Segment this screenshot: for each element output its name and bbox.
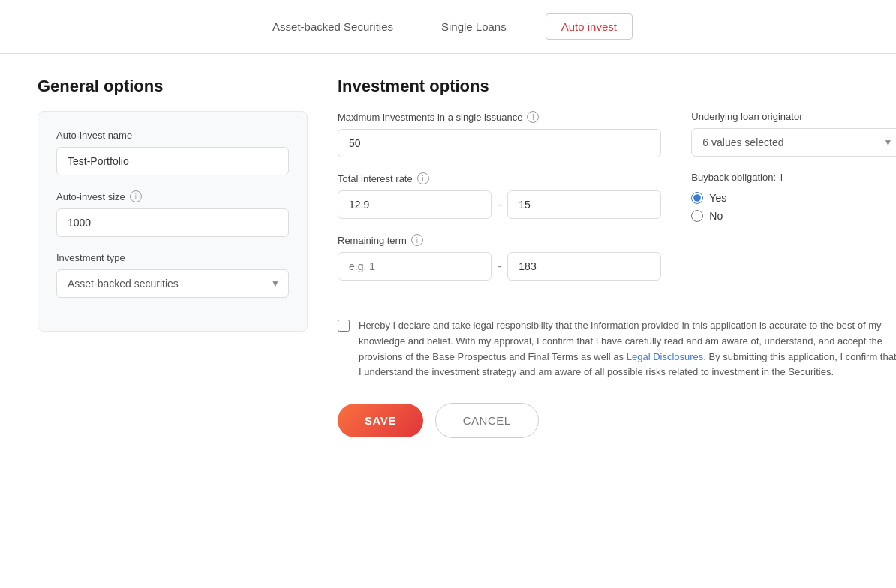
buyback-yes-label: Yes — [709, 192, 726, 204]
auto-invest-size-label: Auto-invest size i — [56, 190, 289, 202]
underlying-loan-originator-group: Underlying loan originator 6 values sele… — [691, 111, 896, 157]
investment-type-select-wrapper: Asset-backed securities Single Loans ▼ — [56, 269, 289, 298]
buyback-no-radio[interactable] — [691, 210, 703, 222]
tab-asset-backed-securities[interactable]: Asset-backed Securities — [263, 14, 402, 39]
save-button[interactable]: SAVE — [338, 404, 423, 437]
max-investments-input[interactable] — [338, 129, 661, 158]
buyback-radio-group: Yes No — [691, 192, 896, 222]
underlying-loan-originator-select[interactable]: 6 values selected — [691, 128, 896, 157]
remaining-term-range: - — [338, 252, 661, 280]
disclaimer-text: Hereby I declare and take legal responsi… — [359, 318, 896, 380]
general-options-card: Auto-invest name Auto-invest size i Inve… — [38, 111, 308, 332]
buyback-obligation-info-icon[interactable]: i — [780, 172, 783, 183]
remaining-term-info-icon[interactable]: i — [411, 234, 423, 246]
disclaimer-checkbox[interactable] — [338, 320, 350, 332]
total-interest-rate-info-icon[interactable]: i — [417, 172, 429, 184]
disclaimer-section: Hereby I declare and take legal responsi… — [338, 318, 896, 380]
max-investments-info-icon[interactable]: i — [527, 111, 539, 123]
auto-invest-size-input[interactable] — [56, 208, 289, 237]
auto-invest-name-group: Auto-invest name — [56, 130, 289, 176]
investment-type-label: Investment type — [56, 252, 289, 263]
auto-invest-name-input[interactable] — [56, 147, 289, 176]
interest-rate-range-separator: - — [498, 198, 501, 212]
auto-invest-name-label: Auto-invest name — [56, 130, 289, 141]
buyback-no-label: No — [709, 210, 723, 222]
button-row: SAVE CANCEL — [338, 403, 896, 438]
legal-disclosures-link[interactable]: Legal Disclosures. — [627, 351, 706, 362]
investment-options-right: Underlying loan originator 6 values sele… — [691, 111, 896, 296]
underlying-loan-originator-label: Underlying loan originator — [691, 111, 896, 122]
originator-select-wrapper: 6 values selected ▼ — [691, 128, 896, 157]
investment-options-title: Investment options — [338, 76, 896, 96]
general-options-title: General options — [38, 76, 308, 96]
buyback-obligation-label: Buyback obligation: i — [691, 172, 896, 183]
auto-invest-size-info-icon[interactable]: i — [130, 190, 142, 202]
total-interest-rate-max-input[interactable] — [507, 190, 661, 219]
cancel-button[interactable]: CANCEL — [435, 403, 539, 438]
tab-single-loans[interactable]: Single Loans — [432, 14, 516, 39]
remaining-term-min-input[interactable] — [338, 252, 492, 280]
buyback-yes-option[interactable]: Yes — [691, 192, 896, 204]
total-interest-rate-range: - — [338, 190, 661, 219]
remaining-term-label: Remaining term i — [338, 234, 661, 246]
investment-options-grid: Maximum investments in a single issuance… — [338, 111, 896, 296]
max-investments-label: Maximum investments in a single issuance… — [338, 111, 661, 123]
auto-invest-size-group: Auto-invest size i — [56, 190, 289, 237]
general-options-section: General options Auto-invest name Auto-in… — [38, 76, 308, 438]
investment-options-left: Maximum investments in a single issuance… — [338, 111, 661, 296]
buyback-no-option[interactable]: No — [691, 210, 896, 222]
buyback-yes-radio[interactable] — [691, 192, 703, 204]
investment-type-select[interactable]: Asset-backed securities Single Loans — [56, 269, 289, 298]
remaining-term-max-input[interactable] — [507, 252, 661, 280]
remaining-term-range-separator: - — [498, 260, 501, 273]
buyback-obligation-group: Buyback obligation: i Yes No — [691, 172, 896, 222]
total-interest-rate-min-input[interactable] — [338, 190, 492, 219]
total-interest-rate-label: Total interest rate i — [338, 172, 661, 184]
main-content: General options Auto-invest name Auto-in… — [0, 54, 896, 460]
investment-options-section: Investment options Maximum investments i… — [338, 76, 896, 438]
investment-type-group: Investment type Asset-backed securities … — [56, 252, 289, 298]
total-interest-rate-group: Total interest rate i - — [338, 172, 661, 219]
top-navigation: Asset-backed Securities Single Loans Aut… — [0, 0, 896, 54]
remaining-term-group: Remaining term i - — [338, 234, 661, 280]
tab-auto-invest[interactable]: Auto invest — [546, 14, 633, 40]
max-investments-group: Maximum investments in a single issuance… — [338, 111, 661, 158]
